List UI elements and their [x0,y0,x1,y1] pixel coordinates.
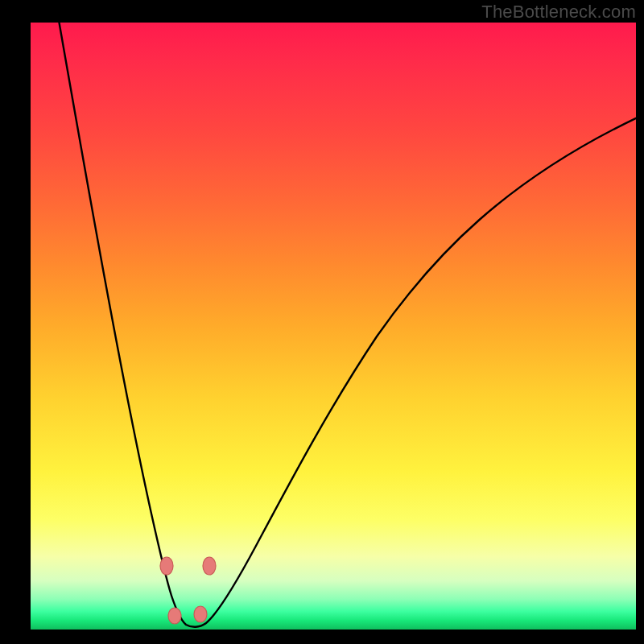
curve-markers [160,557,216,624]
chart-frame: TheBottleneck.com [0,0,644,644]
marker-upper-left [160,557,173,575]
marker-upper-right [203,557,216,575]
plot-area [31,23,636,630]
marker-lower-right [194,606,207,622]
watermark-text: TheBottleneck.com [481,2,636,23]
marker-lower-left [168,608,181,624]
bottleneck-curve [31,23,636,630]
curve-path [56,23,636,627]
